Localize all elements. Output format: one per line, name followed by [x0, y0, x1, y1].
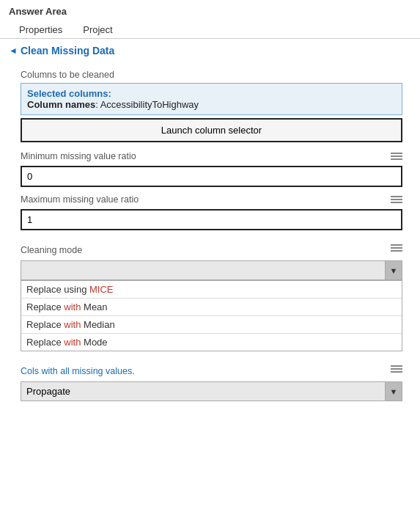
- cleaning-mode-row: Cleaning mode: [21, 238, 402, 258]
- min-missing-input[interactable]: [21, 166, 402, 187]
- cols-missing-dropdown-wrapper: Propagate ▼: [21, 381, 402, 401]
- min-missing-row: Minimum missing value ratio: [21, 151, 402, 161]
- answer-area-label: Answer Area: [0, 0, 420, 20]
- section-header[interactable]: ◄ Clean Missing Data: [0, 39, 420, 59]
- cols-missing-dropdown-btn[interactable]: Propagate: [21, 381, 402, 401]
- tab-properties[interactable]: Properties: [9, 21, 73, 38]
- column-names-label: Column names: [27, 99, 95, 110]
- cleaning-mode-dropdown-wrapper: ▼: [21, 260, 402, 280]
- max-missing-menu-icon[interactable]: [391, 196, 402, 203]
- cols-missing-label: Cols with all missing values.: [21, 366, 135, 376]
- mean-highlight: with: [64, 301, 81, 312]
- mice-highlight: MICE: [89, 284, 114, 295]
- section-chevron-icon: ◄: [9, 45, 18, 56]
- launch-column-selector-button[interactable]: Launch column selector: [21, 118, 402, 142]
- section-title: Clean Missing Data: [21, 45, 114, 56]
- dropdown-item-mean[interactable]: Replace with Mean: [21, 299, 402, 316]
- cleaning-mode-label: Cleaning mode: [21, 245, 82, 255]
- mode-highlight: with: [64, 337, 81, 348]
- columns-to-clean-label: Columns to be cleaned: [21, 70, 402, 80]
- cleaning-mode-dropdown-list: Replace using MICE Replace with Mean Rep…: [21, 280, 402, 351]
- cols-missing-row: Cols with all missing values.: [21, 359, 402, 379]
- max-missing-input[interactable]: [21, 209, 402, 230]
- dropdown-item-median[interactable]: Replace with Median: [21, 316, 402, 334]
- max-missing-label: Maximum missing value ratio: [21, 194, 391, 205]
- column-names-value: AccessibilityToHighway: [100, 99, 199, 110]
- dropdown-item-mode[interactable]: Replace with Mode: [21, 334, 402, 351]
- selected-columns-title: Selected columns:: [27, 88, 396, 99]
- content-area: Columns to be cleaned Selected columns: …: [0, 59, 420, 404]
- tab-project[interactable]: Project: [73, 21, 122, 38]
- nav-tabs: Properties Project: [0, 20, 420, 39]
- max-missing-row: Maximum missing value ratio: [21, 194, 402, 205]
- min-missing-label: Minimum missing value ratio: [21, 151, 391, 161]
- selected-columns-box: Selected columns: Column names: Accessib…: [21, 83, 402, 115]
- dropdown-item-mice[interactable]: Replace using MICE: [21, 281, 402, 299]
- cleaning-mode-dropdown-btn[interactable]: [21, 260, 402, 280]
- cleaning-mode-menu-icon[interactable]: [391, 244, 402, 252]
- median-highlight: with: [64, 319, 81, 330]
- cols-missing-menu-icon[interactable]: [391, 365, 402, 373]
- column-names-row: Column names: AccessibilityToHighway: [27, 99, 396, 110]
- min-missing-menu-icon[interactable]: [391, 153, 402, 160]
